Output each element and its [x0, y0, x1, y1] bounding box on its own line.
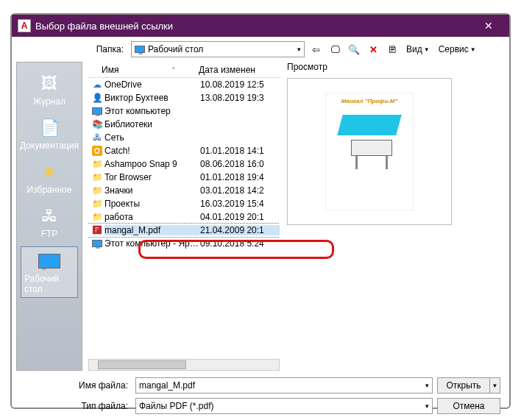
- file-row[interactable]: Этот компьютер - Яр…09.10.2018 5:24: [88, 237, 280, 250]
- delete-button[interactable]: ✕: [365, 41, 381, 57]
- file-name: mangal_M.pdf: [104, 225, 200, 235]
- file-row[interactable]: 👤Виктор Бухтеев13.08.2019 19:3: [88, 91, 280, 104]
- filename-label: Имя файла:: [21, 380, 131, 391]
- scrollbar-thumb[interactable]: [98, 360, 186, 369]
- col-date[interactable]: Дата изменен: [199, 65, 280, 75]
- toolbar: Папка: Рабочий стол ▾ ⇦ 🖵 🔍 ✕ 🖹 Вид▼ Сер…: [12, 37, 509, 62]
- file-icon: 👤: [91, 92, 103, 104]
- new-button[interactable]: 🖹: [384, 41, 400, 57]
- preview-doc-title: Мангал "Профи-М": [341, 98, 397, 104]
- file-row[interactable]: Этот компьютер: [88, 104, 280, 118]
- column-headers: Имя Дата изменен: [88, 62, 280, 78]
- file-date: 10.08.2019 12:5: [200, 79, 280, 90]
- file-name: Виктор Бухтеев: [104, 93, 200, 103]
- file-date: 04.01.2019 20:1: [200, 212, 280, 222]
- sidebar-item-ftp[interactable]: 🖧 FTP: [21, 202, 78, 242]
- file-date: 03.01.2018 14:2: [200, 185, 280, 196]
- titlebar: A Выбор файла внешней ссылки ✕: [12, 15, 509, 37]
- file-date: 08.06.2018 16:0: [200, 159, 280, 169]
- file-date: 09.10.2018 5:24: [200, 238, 280, 249]
- folder-select[interactable]: Рабочий стол ▾: [131, 41, 305, 57]
- tools-dropdown[interactable]: Сервис▼: [436, 44, 479, 54]
- filetype-select[interactable]: Файлы PDF (*.pdf)▾: [135, 398, 433, 414]
- sidebar-item-favorites[interactable]: ★ Избранное: [21, 158, 78, 198]
- folder-label: Папка:: [18, 44, 128, 54]
- file-name: Проекты: [104, 199, 200, 209]
- cancel-button[interactable]: Отмена: [437, 398, 500, 414]
- file-name: Этот компьютер - Яр…: [104, 238, 200, 249]
- file-name: Этот компьютер: [104, 106, 200, 116]
- file-name: Сеть: [104, 132, 200, 143]
- file-date: 16.03.2019 15:4: [200, 199, 280, 209]
- file-name: Tor Browser: [104, 172, 200, 182]
- file-icon: 📁: [91, 158, 103, 170]
- file-icon: 📁: [91, 185, 103, 196]
- sidebar-item-history[interactable]: 🖼 Журнал: [21, 70, 78, 110]
- scrollbar-horizontal[interactable]: [88, 359, 280, 371]
- up-button[interactable]: 🖵: [327, 41, 343, 57]
- file-icon: 📁: [91, 171, 103, 183]
- file-row[interactable]: 🖧Сеть: [88, 131, 280, 144]
- preview-image: [336, 107, 403, 174]
- file-row[interactable]: 🅿mangal_M.pdf21.04.2009 20:1: [88, 224, 280, 237]
- preview-thumbnail: Мангал "Профи-М": [325, 93, 414, 210]
- document-icon: 📄: [36, 117, 63, 139]
- sidebar-item-desktop[interactable]: Рабочий стол: [21, 246, 78, 298]
- app-icon: A: [18, 19, 31, 32]
- folder-value: Рабочий стол: [148, 44, 203, 54]
- open-dropdown[interactable]: ▼: [490, 377, 500, 394]
- star-icon: ★: [36, 161, 63, 183]
- preview-box: Мангал "Профи-М": [287, 78, 452, 225]
- sidebar: 🖼 Журнал 📄 Документация ★ Избранное 🖧 FT…: [16, 62, 82, 371]
- close-button[interactable]: ✕: [474, 15, 503, 37]
- desktop-icon: [36, 250, 63, 272]
- file-row[interactable]: 📁работа04.01.2019 20:1: [88, 210, 280, 224]
- file-date: 01.01.2018 14:1: [200, 146, 280, 156]
- window-title: Выбор файла внешней ссылки: [35, 21, 474, 32]
- file-name: работа: [104, 212, 200, 222]
- file-name: Ashampoo Snap 9: [104, 159, 200, 169]
- sidebar-item-docs[interactable]: 📄 Документация: [21, 114, 78, 154]
- file-date: 13.08.2019 19:3: [200, 93, 280, 103]
- file-row[interactable]: ☁OneDrive10.08.2019 12:5: [88, 78, 280, 91]
- file-icon: 🖧: [91, 132, 103, 143]
- file-row[interactable]: OCatch!01.01.2018 14:1: [88, 144, 280, 157]
- file-row[interactable]: 📁Значки03.01.2018 14:2: [88, 184, 280, 197]
- col-name[interactable]: Имя: [88, 65, 199, 75]
- dialog-window: A Выбор файла внешней ссылки ✕ Папка: Ра…: [10, 13, 511, 409]
- file-row[interactable]: 📁Проекты16.03.2019 15:4: [88, 197, 280, 210]
- file-icon: ☁: [91, 79, 103, 90]
- file-list[interactable]: ☁OneDrive10.08.2019 12:5👤Виктор Бухтеев1…: [88, 78, 280, 356]
- file-row[interactable]: 📁Ashampoo Snap 908.06.2018 16:0: [88, 157, 280, 171]
- main-area: 🖼 Журнал 📄 Документация ★ Избранное 🖧 FT…: [12, 62, 509, 371]
- filename-input[interactable]: mangal_M.pdf▾: [135, 377, 433, 394]
- file-name: Catch!: [104, 146, 200, 156]
- file-date: 21.04.2009 20:1: [200, 225, 280, 235]
- file-row[interactable]: 📚Библиотеки: [88, 118, 280, 131]
- bottom-panel: Имя файла: mangal_M.pdf▾ Открыть ▼ Тип ф…: [12, 371, 509, 420]
- file-icon: 📁: [91, 198, 103, 210]
- preview-label: Просмотр: [287, 62, 503, 78]
- file-icon: [91, 238, 103, 249]
- history-icon: 🖼: [36, 73, 63, 95]
- content-area: Имя Дата изменен ☁OneDrive10.08.2019 12:…: [82, 62, 509, 371]
- file-icon: 🅿: [91, 224, 103, 236]
- file-column: Имя Дата изменен ☁OneDrive10.08.2019 12:…: [88, 62, 280, 371]
- desktop-icon: [135, 46, 145, 53]
- view-dropdown[interactable]: Вид▼: [403, 44, 433, 54]
- search-icon[interactable]: 🔍: [346, 41, 362, 57]
- back-button[interactable]: ⇦: [308, 41, 324, 57]
- file-row[interactable]: 📁Tor Browser01.01.2018 19:4: [88, 171, 280, 184]
- file-date: 01.01.2018 19:4: [200, 172, 280, 182]
- open-button[interactable]: Открыть: [437, 377, 490, 394]
- file-name: Библиотеки: [104, 119, 200, 129]
- file-icon: 📚: [91, 118, 103, 130]
- file-name: OneDrive: [104, 79, 200, 90]
- ftp-icon: 🖧: [36, 205, 63, 227]
- preview-panel: Просмотр Мангал "Профи-М": [280, 62, 503, 371]
- file-name: Значки: [104, 185, 200, 196]
- file-icon: O: [91, 145, 103, 157]
- file-icon: [91, 105, 103, 117]
- filetype-label: Тип файла:: [21, 401, 131, 411]
- file-icon: 📁: [91, 211, 103, 223]
